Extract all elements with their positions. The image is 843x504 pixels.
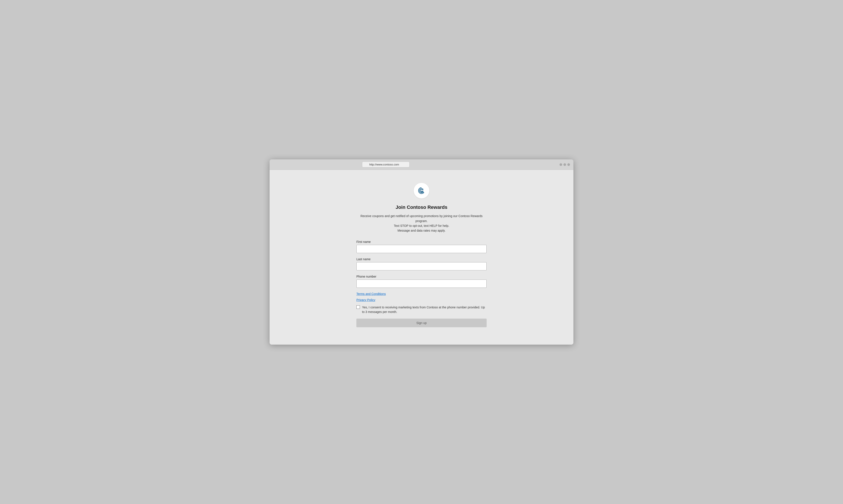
browser-dot-3: [567, 163, 570, 166]
form-container: First name Last name Phone number Terms …: [356, 240, 487, 327]
description-line2: Text STOP to opt-out, text HELP for help…: [394, 224, 449, 228]
browser-dot-2: [564, 163, 566, 166]
links-section: Terms and Conditions Privacy Policy: [356, 292, 487, 302]
last-name-input[interactable]: [356, 262, 487, 270]
browser-titlebar: 🔒 http://www.contoso.com: [270, 159, 573, 170]
address-bar[interactable]: http://www.contoso.com: [362, 162, 410, 167]
page-description: Receive coupons and get notified of upco…: [359, 214, 484, 233]
browser-window: 🔒 http://www.contoso.com Join Contoso Re…: [270, 159, 573, 345]
phone-label: Phone number: [356, 275, 487, 278]
first-name-label: First name: [356, 240, 487, 244]
browser-content: Join Contoso Rewards Receive coupons and…: [270, 170, 573, 345]
privacy-link[interactable]: Privacy Policy: [356, 298, 487, 302]
terms-link[interactable]: Terms and Conditions: [356, 292, 487, 295]
logo-circle: [414, 183, 429, 198]
browser-controls: [560, 163, 570, 166]
first-name-group: First name: [356, 240, 487, 253]
last-name-label: Last name: [356, 257, 487, 261]
consent-checkbox[interactable]: [356, 305, 360, 309]
contoso-logo: [417, 186, 426, 195]
browser-dot-1: [560, 163, 562, 166]
address-bar-container: 🔒 http://www.contoso.com: [362, 162, 481, 167]
description-line3: Message and data rates may apply.: [398, 229, 446, 232]
last-name-group: Last name: [356, 257, 487, 270]
first-name-input[interactable]: [356, 245, 487, 253]
phone-group: Phone number: [356, 275, 487, 288]
phone-input[interactable]: [356, 280, 487, 288]
consent-section: Yes, I consent to receiving marketing te…: [356, 305, 487, 314]
url-text: http://www.contoso.com: [369, 163, 399, 166]
page-title: Join Contoso Rewards: [396, 204, 447, 210]
description-line1: Receive coupons and get notified of upco…: [361, 214, 483, 222]
signup-button[interactable]: Sign up: [356, 319, 487, 327]
consent-text: Yes, I consent to receiving marketing te…: [362, 305, 487, 314]
